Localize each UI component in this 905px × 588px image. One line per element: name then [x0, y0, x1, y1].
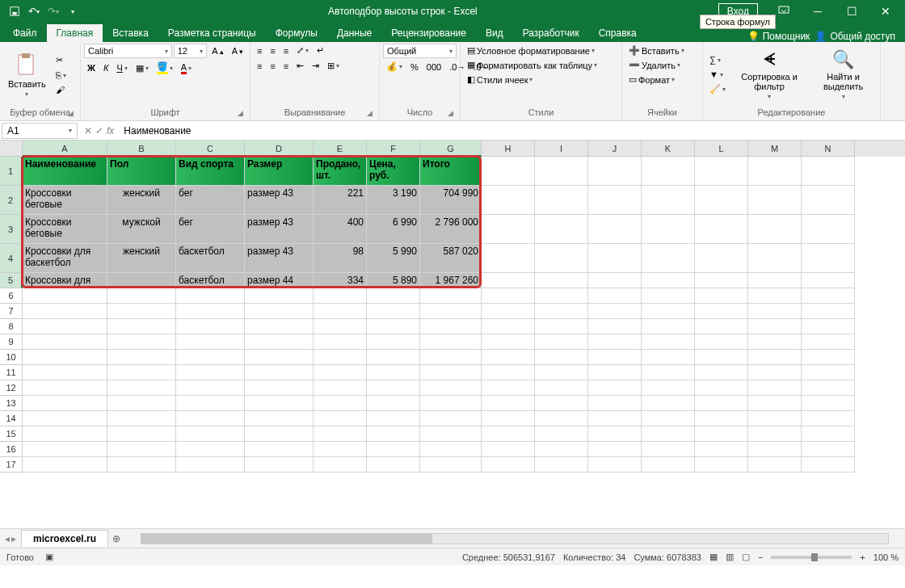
cell-L16[interactable]	[695, 442, 748, 457]
cell-K13[interactable]	[642, 396, 695, 411]
cell-D14[interactable]	[245, 411, 314, 426]
cell-B9[interactable]	[107, 334, 176, 350]
cell-H1[interactable]	[482, 157, 535, 186]
cell-N8[interactable]	[802, 319, 855, 334]
cell-D12[interactable]	[245, 380, 314, 396]
cell-I2[interactable]	[535, 186, 588, 215]
cell-L14[interactable]	[695, 411, 748, 426]
zoom-level[interactable]: 100 %	[873, 552, 899, 562]
cell-A3[interactable]: Кроссовки беговые	[23, 215, 107, 244]
cell-J7[interactable]	[588, 304, 642, 319]
tab-developer[interactable]: Разработчик	[513, 24, 589, 42]
minimize-icon[interactable]: ─	[802, 0, 834, 23]
cell-A2[interactable]: Кроссовки беговые	[23, 186, 107, 215]
tab-layout[interactable]: Разметка страницы	[158, 24, 266, 42]
cell-D11[interactable]	[245, 365, 314, 380]
cell-H3[interactable]	[482, 215, 535, 244]
maximize-icon[interactable]: ☐	[836, 0, 868, 23]
bold-button[interactable]: Ж	[84, 61, 99, 74]
cell-M5[interactable]	[748, 273, 802, 288]
tab-view[interactable]: Вид	[476, 24, 513, 42]
cell-G11[interactable]	[420, 365, 482, 380]
format-painter-button[interactable]: 🖌	[53, 83, 69, 96]
cell-E15[interactable]	[314, 426, 367, 442]
col-header-E[interactable]: E	[314, 141, 367, 157]
cell-D8[interactable]	[245, 319, 314, 334]
cell-A9[interactable]	[23, 334, 107, 350]
tab-formulas[interactable]: Формулы	[266, 24, 327, 42]
cell-L5[interactable]	[695, 273, 748, 288]
zoom-out-button[interactable]: −	[758, 552, 763, 562]
col-header-B[interactable]: B	[107, 141, 176, 157]
cell-C6[interactable]	[176, 288, 245, 304]
cell-C12[interactable]	[176, 380, 245, 396]
merge-button[interactable]: ⊞▾	[324, 59, 343, 73]
cell-H2[interactable]	[482, 186, 535, 215]
cell-C1[interactable]: Вид спорта	[176, 157, 245, 186]
macro-record-icon[interactable]: ▣	[45, 552, 53, 562]
row-header-11[interactable]: 11	[0, 365, 23, 380]
col-header-D[interactable]: D	[245, 141, 314, 157]
cell-F13[interactable]	[367, 396, 420, 411]
cell-K6[interactable]	[642, 288, 695, 304]
cell-G12[interactable]	[420, 380, 482, 396]
col-header-A[interactable]: A	[23, 141, 107, 157]
cell-J16[interactable]	[588, 442, 642, 457]
cell-D2[interactable]: размер 43	[245, 186, 314, 215]
cell-B3[interactable]: мужской	[107, 215, 176, 244]
cell-N13[interactable]	[802, 396, 855, 411]
cell-E5[interactable]: 334	[314, 273, 367, 288]
sheet-next-icon[interactable]: ▸	[11, 533, 16, 544]
cell-J8[interactable]	[588, 319, 642, 334]
paste-button[interactable]: Вставить▾	[3, 50, 51, 99]
align-top-button[interactable]: ≡	[254, 44, 265, 57]
cell-C8[interactable]	[176, 319, 245, 334]
cell-H17[interactable]	[482, 457, 535, 472]
cell-K14[interactable]	[642, 411, 695, 426]
row-header-6[interactable]: 6	[0, 288, 23, 304]
cell-C4[interactable]: баскетбол	[176, 244, 245, 273]
col-header-C[interactable]: C	[176, 141, 245, 157]
cell-F17[interactable]	[367, 457, 420, 472]
cell-B1[interactable]: Пол	[107, 157, 176, 186]
tab-home[interactable]: Главная	[47, 24, 103, 42]
copy-button[interactable]: ⎘▾	[53, 69, 69, 82]
cell-J9[interactable]	[588, 334, 642, 350]
cell-B17[interactable]	[107, 457, 176, 472]
cell-M6[interactable]	[748, 288, 802, 304]
cell-D17[interactable]	[245, 457, 314, 472]
cell-B12[interactable]	[107, 380, 176, 396]
qat-customize-icon[interactable]: ▾	[65, 3, 81, 19]
cell-K12[interactable]	[642, 380, 695, 396]
cell-I5[interactable]	[535, 273, 588, 288]
cell-G8[interactable]	[420, 319, 482, 334]
cell-N2[interactable]	[802, 186, 855, 215]
font-color-button[interactable]: A▾	[178, 61, 195, 76]
cancel-formula-icon[interactable]: ✕	[84, 125, 92, 136]
cell-A11[interactable]	[23, 365, 107, 380]
cell-I16[interactable]	[535, 442, 588, 457]
cell-E13[interactable]	[314, 396, 367, 411]
cell-I4[interactable]	[535, 244, 588, 273]
row-header-17[interactable]: 17	[0, 457, 23, 472]
col-header-L[interactable]: L	[695, 141, 748, 157]
cell-J10[interactable]	[588, 350, 642, 365]
share-button[interactable]: 👤Общий доступ	[814, 31, 895, 42]
zoom-slider[interactable]	[771, 556, 852, 559]
tab-insert[interactable]: Вставка	[103, 24, 158, 42]
sheet-tab[interactable]: microexcel.ru	[21, 530, 108, 547]
cell-K11[interactable]	[642, 365, 695, 380]
cell-L9[interactable]	[695, 334, 748, 350]
cell-J6[interactable]	[588, 288, 642, 304]
col-header-K[interactable]: K	[642, 141, 695, 157]
cell-N10[interactable]	[802, 350, 855, 365]
cell-A15[interactable]	[23, 426, 107, 442]
cell-I9[interactable]	[535, 334, 588, 350]
cell-D13[interactable]	[245, 396, 314, 411]
redo-icon[interactable]: ↷▾	[45, 3, 61, 19]
cell-C10[interactable]	[176, 350, 245, 365]
cell-I8[interactable]	[535, 319, 588, 334]
cell-C15[interactable]	[176, 426, 245, 442]
row-header-9[interactable]: 9	[0, 334, 23, 350]
cond-format-button[interactable]: ▤Условное форматирование▾	[464, 44, 618, 57]
